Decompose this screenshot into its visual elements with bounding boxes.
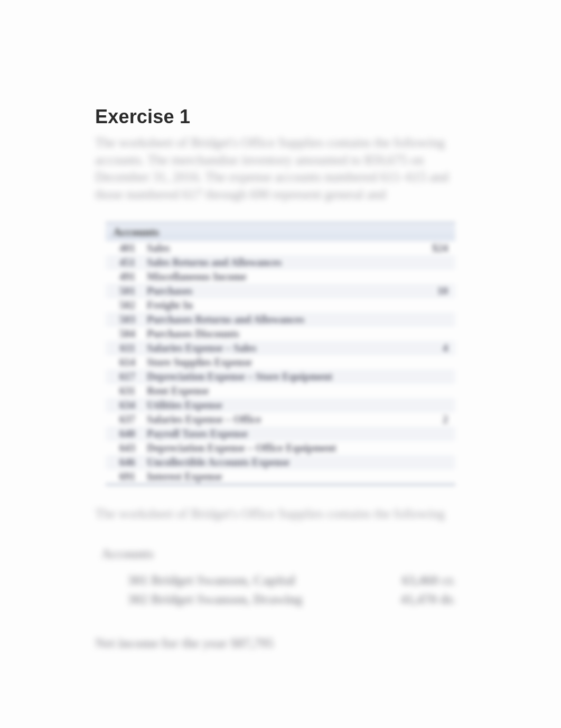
- document-page: Exercise 1 The worksheet of Bridget's Of…: [0, 0, 561, 728]
- accounts-table: Accounts 401Sales$24451Sales Returns and…: [106, 222, 455, 485]
- account-name: Store Supplies Expense: [145, 356, 411, 368]
- account-name: Utilities Expense: [145, 399, 411, 411]
- intro-paragraph: The worksheet of Bridget's Office Suppli…: [95, 134, 466, 203]
- account-number: 617: [113, 371, 145, 383]
- account-amount: 10: [411, 285, 448, 297]
- account-name: Depreciation Expense – Office Equipment: [145, 442, 411, 454]
- body-line-2: The worksheet of Bridget's Office Suppli…: [95, 506, 466, 521]
- account-name: Interest Expense: [145, 471, 411, 483]
- table-row: 401Sales$24: [106, 241, 455, 255]
- owner-account-row: 302 Bridget Swanson, Drawing41,470 dr.: [128, 590, 466, 609]
- table-row: 504Purchases Discounts: [106, 327, 455, 341]
- table-row: 646Uncollectible Accounts Expense: [106, 455, 455, 469]
- account-name: Sales: [145, 242, 411, 254]
- table-row: 501Purchases10: [106, 284, 455, 298]
- net-income-line: Net income for the year $87,795: [95, 636, 466, 651]
- account-number: 614: [113, 356, 145, 368]
- account-number: 401: [113, 242, 145, 254]
- owner-accounts-block: Accounts 301 Bridget Swanson, Capital63,…: [95, 547, 466, 610]
- owner-account-row: 301 Bridget Swanson, Capital63,460 cr.: [128, 571, 466, 590]
- account-number: 502: [113, 299, 145, 311]
- table-row: 614Store Supplies Expense: [106, 355, 455, 370]
- account-amount: 4: [411, 342, 448, 354]
- account-name: Purchases Discounts: [145, 328, 411, 340]
- account-name: Miscellaneous Income: [145, 271, 411, 283]
- account-number: 634: [113, 399, 145, 411]
- account-name: Uncollectible Accounts Expense: [145, 456, 411, 468]
- account-number: 503: [113, 314, 145, 326]
- table-row: 611Salaries Expense – Sales4: [106, 341, 455, 355]
- table-row: 691Interest Expense: [106, 469, 455, 484]
- table-row: 637Salaries Expense – Office2: [106, 412, 455, 427]
- table-row: 503Purchases Returns and Allowances: [106, 312, 455, 327]
- table-row: 631Rent Expense: [106, 384, 455, 398]
- account-number: 637: [113, 413, 145, 426]
- owner-account-value: 41,470 dr.: [371, 590, 455, 609]
- account-name: Depreciation Expense – Store Equipment: [145, 371, 411, 383]
- table-row: 640Payroll Taxes Expense: [106, 427, 455, 441]
- account-name: Salaries Expense – Sales: [145, 342, 411, 354]
- owner-account-label: 302 Bridget Swanson, Drawing: [128, 590, 350, 609]
- account-number: 631: [113, 385, 145, 397]
- table-row: 617Depreciation Expense – Store Equipmen…: [106, 370, 455, 384]
- account-number: 504: [113, 328, 145, 340]
- account-name: Salaries Expense – Office: [145, 413, 411, 426]
- account-name: Freight In: [145, 299, 411, 311]
- account-number: 501: [113, 285, 145, 297]
- account-name: Purchases: [145, 285, 411, 297]
- account-amount: $24: [411, 242, 448, 254]
- table-row: 634Utilities Expense: [106, 398, 455, 412]
- account-number: 491: [113, 271, 145, 283]
- account-number: 646: [113, 456, 145, 468]
- account-name: Purchases Returns and Allowances: [145, 314, 411, 326]
- account-number: 643: [113, 442, 145, 454]
- table-row: 502Freight In: [106, 298, 455, 312]
- table-row: 491Miscellaneous Income: [106, 270, 455, 284]
- owner-accounts-heading: Accounts: [101, 547, 466, 561]
- table-row: 451Sales Returns and Allowances: [106, 255, 455, 270]
- exercise-heading: Exercise 1: [95, 106, 466, 128]
- account-name: Rent Expense: [145, 385, 411, 397]
- table-header: Accounts: [106, 223, 455, 241]
- account-number: 691: [113, 471, 145, 483]
- account-number: 611: [113, 342, 145, 354]
- account-number: 640: [113, 428, 145, 440]
- account-amount: 2: [411, 413, 448, 426]
- owner-account-value: 63,460 cr.: [371, 571, 455, 590]
- account-number: 451: [113, 256, 145, 269]
- account-name: Sales Returns and Allowances: [145, 256, 411, 269]
- owner-account-label: 301 Bridget Swanson, Capital: [128, 571, 350, 590]
- table-row: 643Depreciation Expense – Office Equipme…: [106, 441, 455, 455]
- account-name: Payroll Taxes Expense: [145, 428, 411, 440]
